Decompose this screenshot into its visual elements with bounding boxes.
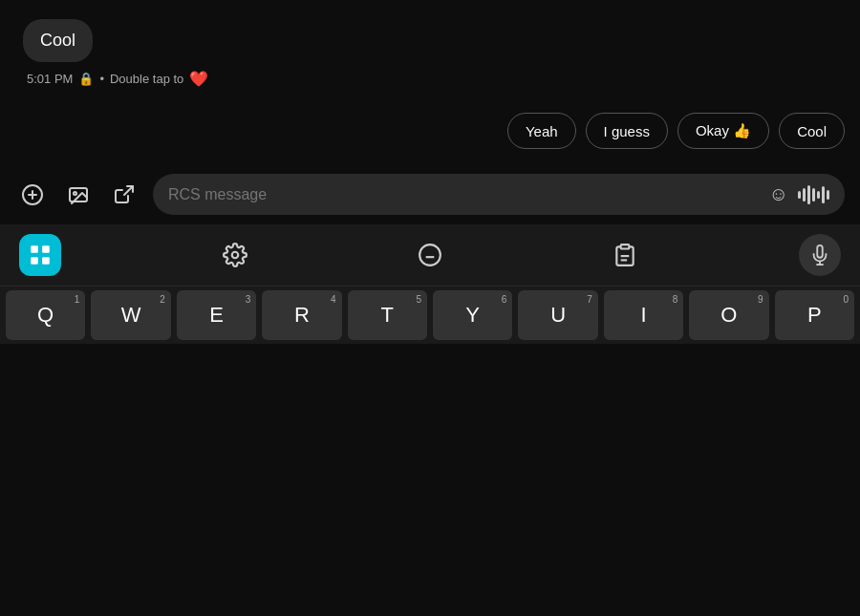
message-text: Cool — [40, 31, 75, 50]
key-number-8: 8 — [673, 294, 678, 305]
voice-waveform-icon[interactable] — [798, 185, 829, 204]
key-number-2: 2 — [160, 294, 165, 305]
key-P[interactable]: 0 P — [775, 290, 854, 340]
emoji-toolbar-button[interactable] — [409, 234, 451, 276]
key-T[interactable]: 5 T — [348, 290, 427, 340]
message-meta: 5:01 PM 🔒 • Double tap to ❤️ — [23, 70, 837, 88]
add-button[interactable] — [15, 178, 50, 212]
svg-rect-6 — [42, 245, 50, 253]
mic-toolbar-button[interactable] — [799, 234, 841, 276]
heart-emoji: ❤️ — [189, 70, 208, 88]
svg-rect-8 — [42, 257, 50, 265]
key-E[interactable]: 3 E — [177, 290, 256, 340]
key-number-6: 6 — [502, 294, 507, 305]
quick-reply-yeah[interactable]: Yeah — [507, 113, 576, 149]
keyboard-row-qwerty: 1 Q 2 W 3 E 4 R 5 T 6 Y 7 U 8 I — [0, 287, 860, 344]
media-button[interactable] — [61, 178, 96, 212]
redo-button[interactable] — [107, 178, 141, 212]
message-bubble: Cool — [23, 19, 93, 62]
clipboard-toolbar-button[interactable] — [604, 234, 646, 276]
message-input[interactable] — [168, 186, 762, 203]
quick-reply-iguess[interactable]: I guess — [586, 113, 668, 149]
key-number-7: 7 — [587, 294, 592, 305]
reaction-prompt: Double tap to — [110, 72, 183, 86]
keyboard: 1 Q 2 W 3 E 4 R 5 T 6 Y 7 U 8 I — [0, 287, 860, 344]
svg-rect-5 — [31, 245, 38, 253]
key-Y[interactable]: 6 Y — [433, 290, 512, 340]
key-Q[interactable]: 1 Q — [6, 290, 85, 340]
lock-icon: 🔒 — [78, 72, 94, 86]
key-number-5: 5 — [416, 294, 421, 305]
key-number-3: 3 — [246, 294, 251, 305]
svg-rect-7 — [31, 257, 38, 265]
key-number-1: 1 — [75, 294, 80, 305]
apps-grid-icon — [28, 243, 53, 267]
media-icon — [67, 183, 90, 206]
clipboard-icon — [613, 243, 637, 267]
settings-toolbar-button[interactable] — [214, 234, 256, 276]
svg-rect-14 — [621, 244, 630, 248]
mic-icon — [809, 244, 830, 266]
quick-replies: Yeah I guess Okay 👍 Cool — [0, 113, 860, 164]
svg-point-10 — [419, 244, 441, 266]
svg-point-4 — [74, 192, 76, 195]
key-U[interactable]: 7 U — [518, 290, 597, 340]
quick-reply-cool[interactable]: Cool — [779, 113, 845, 149]
message-area: Cool 5:01 PM 🔒 • Double tap to ❤️ — [0, 0, 860, 113]
add-icon — [21, 183, 44, 206]
settings-icon — [223, 243, 247, 267]
key-R[interactable]: 4 R — [262, 290, 341, 340]
meta-separator: • — [99, 72, 104, 86]
text-input-wrapper: ☺ — [153, 174, 845, 215]
emoji-toolbar-icon — [418, 243, 442, 267]
quick-reply-okay[interactable]: Okay 👍 — [677, 113, 769, 149]
key-O[interactable]: 9 O — [689, 290, 768, 340]
message-time: 5:01 PM — [27, 72, 73, 86]
key-W[interactable]: 2 W — [91, 290, 170, 340]
key-number-9: 9 — [758, 294, 763, 305]
input-area: ☺ — [0, 164, 860, 224]
key-number-4: 4 — [331, 294, 336, 305]
key-I[interactable]: 8 I — [604, 290, 683, 340]
apps-toolbar-button[interactable] — [19, 234, 61, 276]
emoji-input-icon[interactable]: ☺ — [769, 183, 788, 205]
redo-icon — [113, 183, 136, 206]
input-right-icons: ☺ — [769, 183, 829, 205]
key-number-0: 0 — [843, 294, 849, 305]
svg-point-9 — [232, 252, 239, 259]
keyboard-toolbar — [0, 224, 860, 287]
